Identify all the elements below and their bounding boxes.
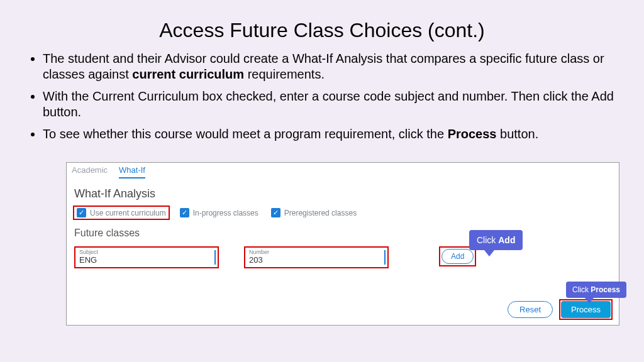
tab-bar: Academic What-If [67, 163, 619, 178]
callout-process-pre: Click [572, 285, 591, 294]
subject-label: Subject [79, 249, 214, 255]
subject-field[interactable]: Subject ENG [74, 246, 219, 268]
bullet-list: The student and their Advisor could crea… [43, 51, 614, 142]
number-field[interactable]: Number 203 [244, 246, 389, 268]
add-button[interactable]: Add [441, 249, 474, 264]
bullet-2: With the Current Curriculum box checked,… [43, 89, 614, 120]
whatif-heading: What-If Analysis [67, 178, 619, 204]
tab-academic[interactable]: Academic [72, 165, 108, 178]
checkmark-icon: ✓ [77, 208, 86, 217]
check-preregistered[interactable]: ✓ Preregistered classes [269, 207, 359, 219]
tab-whatif[interactable]: What-If [119, 165, 145, 178]
number-label: Number [249, 249, 384, 255]
bullet-1-text-c: requirements. [244, 67, 325, 81]
check-preregistered-label: Preregistered classes [284, 209, 357, 217]
callout-process-bold: Process [591, 285, 620, 294]
reset-button[interactable]: Reset [508, 301, 553, 318]
future-classes-heading: Future classes [67, 221, 619, 243]
callout-add-bold: Add [498, 235, 515, 245]
whatif-panel: Academic What-If What-If Analysis ✓ Use … [66, 162, 619, 326]
checkbox-row: ✓ Use current curriculum ✓ In-progress c… [67, 204, 619, 221]
bullet-3-text-c: button. [496, 127, 538, 141]
checkmark-icon: ✓ [180, 208, 189, 217]
bullet-3: To see whether this course would meet a … [43, 126, 614, 142]
check-current-curriculum[interactable]: ✓ Use current curriculum [73, 206, 170, 220]
bullet-3-bold: Process [448, 127, 497, 141]
check-inprogress[interactable]: ✓ In-progress classes [177, 207, 261, 219]
fields-row: Subject ENG Number 203 Add [67, 243, 619, 268]
check-current-curriculum-label: Use current curriculum [90, 209, 166, 217]
bullet-1: The student and their Advisor could crea… [43, 51, 614, 82]
process-button[interactable]: Process [561, 301, 611, 318]
subject-value: ENG [79, 255, 214, 265]
callout-add-pre: Click [477, 235, 498, 245]
callout-click-process: Click Process [566, 282, 626, 298]
bullet-3-text-a: To see whether this course would meet a … [43, 127, 448, 141]
footer-buttons: Reset Process [508, 299, 613, 320]
check-inprogress-label: In-progress classes [193, 209, 258, 217]
number-value: 203 [249, 255, 384, 265]
callout-click-add: Click Add [469, 230, 523, 250]
bullet-1-bold: current curriculum [132, 67, 244, 81]
slide-title: Access Future Class Choices (cont.) [0, 0, 644, 42]
checkmark-icon: ✓ [271, 208, 280, 217]
